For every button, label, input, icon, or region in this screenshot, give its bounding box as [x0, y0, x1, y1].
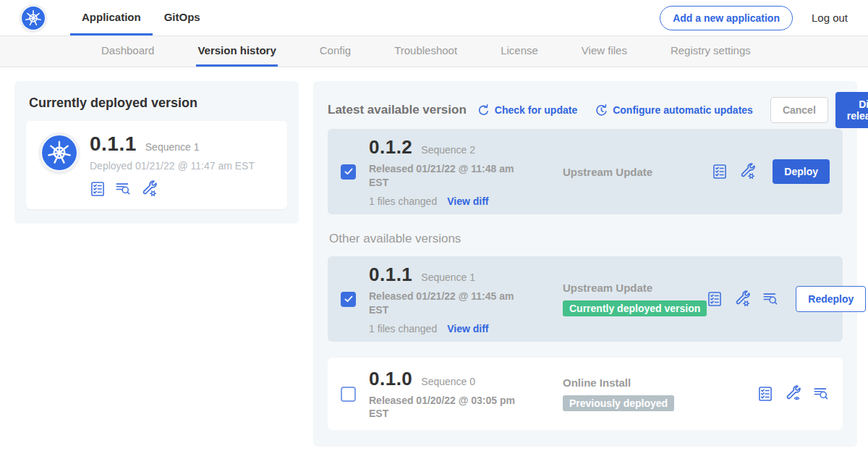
- subnav-troubleshoot[interactable]: Troubleshoot: [393, 36, 459, 67]
- version-checkbox[interactable]: [341, 292, 356, 307]
- deploy-button[interactable]: Deploy: [773, 159, 830, 184]
- released-timestamp: Released 01/20/22 @ 03:05 pm EST: [369, 394, 532, 420]
- top-header: Application GitOps Add a new application…: [0, 0, 868, 35]
- version-number: 0.1.2: [369, 136, 412, 159]
- version-source-label: Upstream Update: [563, 282, 707, 294]
- version-source-label: Online Install: [563, 376, 757, 389]
- app-logo: [20, 4, 47, 32]
- add-application-button[interactable]: Add a new application: [660, 6, 793, 30]
- released-timestamp: Released 01/21/22 @ 11:45 am EST: [369, 290, 532, 316]
- tab-gitops[interactable]: GitOps: [153, 0, 212, 35]
- check-for-update-link[interactable]: Check for update: [477, 104, 577, 117]
- version-checkbox[interactable]: [341, 164, 356, 180]
- view-diff-link[interactable]: View diff: [447, 195, 488, 207]
- subnav-license[interactable]: License: [499, 36, 540, 67]
- version-row-0-1-2: 0.1.2 Sequence 2 Released 01/21/22 @ 11:…: [328, 129, 843, 214]
- version-history-panel: Latest available version Check for updat…: [313, 81, 857, 447]
- released-timestamp: Released 01/21/22 @ 11:48 am EST: [369, 162, 532, 188]
- subnav-registry-settings[interactable]: Registry settings: [669, 36, 752, 67]
- subnav-config[interactable]: Config: [318, 36, 352, 67]
- version-row-0-1-1: 0.1.1 Sequence 1 Released 01/21/22 @ 11:…: [328, 256, 843, 342]
- subnav-version-history[interactable]: Version history: [196, 36, 277, 67]
- version-source-label: Upstream Update: [563, 166, 712, 178]
- preflight-checklist-icon[interactable]: [757, 386, 773, 402]
- currently-deployed-badge: Currently deployed version: [563, 300, 707, 316]
- header-tabs: Application GitOps: [70, 0, 212, 35]
- kubernetes-wheel-icon: [22, 7, 45, 30]
- diff-releases-button[interactable]: Diff releases: [835, 92, 868, 128]
- tab-application[interactable]: Application: [70, 0, 153, 35]
- files-changed-label: 1 files changed: [369, 195, 437, 207]
- config-wrench-gear-icon[interactable]: [140, 180, 158, 198]
- cancel-button[interactable]: Cancel: [770, 97, 828, 123]
- configure-automatic-updates-link[interactable]: Configure automatic updates: [595, 104, 753, 117]
- clock-refresh-icon: [595, 104, 608, 117]
- app-logo-badge: [39, 132, 80, 173]
- deployed-version-card: 0.1.1 Sequence 1 Deployed 01/21/22 @ 11:…: [26, 121, 287, 209]
- previously-deployed-badge: Previously deployed: [563, 395, 674, 411]
- deployed-version-number: 0.1.1: [90, 132, 137, 156]
- preflight-checklist-icon[interactable]: [712, 164, 728, 180]
- currently-deployed-title: Currently deployed version: [29, 96, 287, 111]
- preflight-checklist-icon[interactable]: [90, 181, 106, 197]
- diff-lines-magnifier-icon[interactable]: [114, 181, 132, 197]
- latest-available-title: Latest available version: [328, 103, 467, 117]
- deployed-sequence-label: Sequence 1: [145, 141, 200, 153]
- version-number: 0.1.0: [369, 368, 412, 390]
- deployed-timestamp: Deployed 01/21/22 @ 11:47 am EST: [90, 160, 255, 172]
- app-subnav: Dashboard Version history Config Trouble…: [0, 35, 868, 67]
- sequence-label: Sequence 1: [421, 271, 475, 283]
- redeploy-button[interactable]: Redeploy: [796, 286, 866, 312]
- diff-lines-magnifier-icon[interactable]: [762, 291, 779, 307]
- logout-button[interactable]: Log out: [812, 12, 848, 24]
- version-row-0-1-0: 0.1.0 Sequence 0 Released 01/20/22 @ 03:…: [328, 358, 843, 430]
- config-wrench-eye-icon[interactable]: [784, 385, 801, 403]
- currently-deployed-panel: Currently deployed version 0.1.1 Sequen: [14, 81, 299, 224]
- other-available-versions-title: Other available versions: [329, 232, 843, 246]
- version-number: 0.1.1: [369, 264, 412, 286]
- subnav-view-files[interactable]: View files: [580, 36, 629, 67]
- config-wrench-gear-icon[interactable]: [733, 290, 751, 308]
- version-checkbox[interactable]: [341, 387, 356, 402]
- sequence-label: Sequence 2: [421, 144, 475, 156]
- preflight-checklist-icon[interactable]: [707, 291, 723, 307]
- diff-lines-magnifier-icon[interactable]: [812, 386, 830, 402]
- view-diff-link[interactable]: View diff: [447, 323, 488, 334]
- kubernetes-wheel-icon: [42, 135, 77, 170]
- refresh-icon: [477, 104, 490, 117]
- config-wrench-gear-icon[interactable]: [739, 163, 756, 180]
- subnav-dashboard[interactable]: Dashboard: [100, 36, 156, 67]
- sequence-label: Sequence 0: [421, 376, 475, 387]
- files-changed-label: 1 files changed: [369, 323, 437, 334]
